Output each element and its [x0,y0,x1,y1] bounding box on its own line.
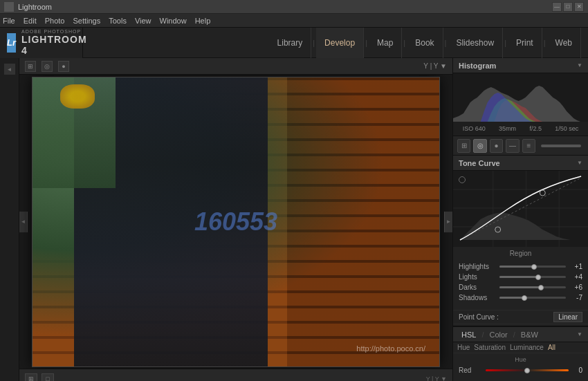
darks-thumb[interactable] [538,285,544,290]
window-title: Lightroom [18,3,552,11]
tool-hsl[interactable]: ● [490,139,503,153]
app-icon [4,2,14,12]
aperture-info: f/2.5 [529,125,542,132]
filmstrip-toggle[interactable]: ◄ [4,64,15,75]
lights-track[interactable] [499,276,566,278]
nav-map[interactable]: Map [369,28,402,58]
histogram-arrow: ▼ [577,62,582,68]
tone-curve-canvas[interactable] [453,171,588,247]
close-button[interactable]: ✕ [574,2,584,12]
darks-value: +6 [569,284,582,291]
shadows-value: -7 [569,294,582,301]
histogram-canvas [453,73,588,122]
hsl-header[interactable]: HSL / Color / B&W ▼ [453,327,588,342]
hsl-sep1: / [481,331,484,339]
highlights-fill [499,266,534,268]
point-curve-label: Point Curve : [459,313,553,321]
hsl-tab-color[interactable]: Color [486,329,510,340]
lights-row: Lights +4 [459,273,582,281]
main-layout: Lr ADOBE PHOTOSHOP LIGHTROOM 4 Library |… [0,28,588,381]
shadows-row: Shadows -7 [459,294,582,301]
lr-badge: Lr [7,33,16,53]
red-track[interactable] [486,369,569,371]
nav-sep2: | [364,39,369,47]
darks-label: Darks [459,284,497,291]
red-thumb[interactable] [524,368,530,373]
hsl-sub-saturation[interactable]: Saturation [474,344,506,351]
highlights-value: +1 [569,263,582,270]
hsl-sub-hue[interactable]: Hue [457,344,470,351]
menu-settings[interactable]: Settings [73,17,100,25]
expand-right-arrow[interactable]: ► [444,212,452,232]
nav-sep3: | [402,39,407,47]
expand-left-arrow[interactable]: ◄ [19,212,28,232]
tool-split[interactable]: — [506,139,519,153]
red-label: Red [459,366,483,374]
nav-web[interactable]: Web [547,28,581,58]
right-panel: Histogram ▼ [452,58,588,381]
red-hue-row: Red 0 [459,366,582,374]
photo-background [33,77,439,366]
highlights-label: Highlights [459,263,497,270]
nav-slideshow[interactable]: Slideshow [448,28,503,58]
menu-edit[interactable]: Edit [24,17,37,25]
point-curve-row: Point Curve : Linear [453,310,588,324]
nav-develop[interactable]: Develop [316,28,364,58]
window-controls[interactable]: — □ ✕ [552,2,584,12]
menu-file[interactable]: File [3,17,15,25]
slider-bar[interactable] [541,145,581,147]
photo-bottom-bar: ⊞ □ Y | Y ▼ [19,369,452,381]
nav-sep4: | [443,39,448,47]
nav-book[interactable]: Book [407,28,443,58]
tool-detail[interactable]: ≡ [522,139,535,153]
shadows-thumb[interactable] [522,295,527,301]
nav-print[interactable]: Print [508,28,542,58]
menu-bar: File Edit Photo Settings Tools View Wind… [0,14,588,28]
hsl-section: HSL / Color / B&W ▼ Hue Saturation Lumin… [453,326,588,378]
menu-view[interactable]: View [135,17,151,25]
menu-tools[interactable]: Tools [109,17,127,25]
hue-sublabel: Hue [453,355,588,364]
darks-track[interactable] [499,286,566,288]
tool-tone-curve[interactable]: ◎ [473,139,486,153]
lights-thumb[interactable] [535,275,541,280]
left-panel: ◄ [0,58,19,381]
menu-window[interactable]: Window [160,17,187,25]
lights-value: +4 [569,273,582,281]
brick-overlay [287,77,439,366]
shadows-track[interactable] [499,297,566,299]
shutter-info: 1/50 sec [555,125,578,132]
photo-area: ⊞ ◎ ● Y | Y ▼ ◄ [19,58,452,381]
hsl-sep2: / [513,331,515,339]
nav-library[interactable]: Library [269,28,312,58]
content-area: ◄ ⊞ ◎ ● Y | Y ▼ ◄ [0,58,588,381]
lights-label: Lights [459,273,497,281]
loupe-view-btn[interactable]: □ [42,373,54,382]
photo-image: 160553 http://photo.poco.cn/ [32,77,440,367]
minimize-button[interactable]: — [552,2,562,12]
tool-spot[interactable]: ◎ [42,61,53,72]
highlights-thumb[interactable] [531,264,537,270]
menu-help[interactable]: Help [195,17,211,25]
tool-redeye[interactable]: ● [58,61,69,72]
tool-basic[interactable]: ⊞ [457,139,470,153]
app-name: LIGHTROOM 4 [21,34,87,56]
nav-sep1: | [311,39,316,47]
tone-curve-header[interactable]: Tone Curve ▼ [453,156,588,171]
tool-crop[interactable]: ⊞ [25,61,36,72]
maximize-button[interactable]: □ [563,2,573,12]
highlights-track[interactable] [499,266,566,268]
hsl-tab-bw[interactable]: B&W [518,329,541,340]
hsl-tab-hsl[interactable]: HSL [459,329,479,340]
menu-photo[interactable]: Photo [45,17,65,25]
hsl-sub-luminance[interactable]: Luminance [510,344,544,351]
histogram-header[interactable]: Histogram ▼ [453,58,588,73]
point-curve-value[interactable]: Linear [553,312,582,322]
hsl-sub-all[interactable]: All [548,344,555,351]
histogram-section: Histogram ▼ [453,58,588,136]
region-label: Region [453,250,588,257]
flowers [60,84,95,109]
nav-tabs: Library | Develop | Map | Book | Slidesh… [269,28,588,58]
nav-sep5: | [503,39,508,47]
grid-view-btn[interactable]: ⊞ [25,373,37,382]
